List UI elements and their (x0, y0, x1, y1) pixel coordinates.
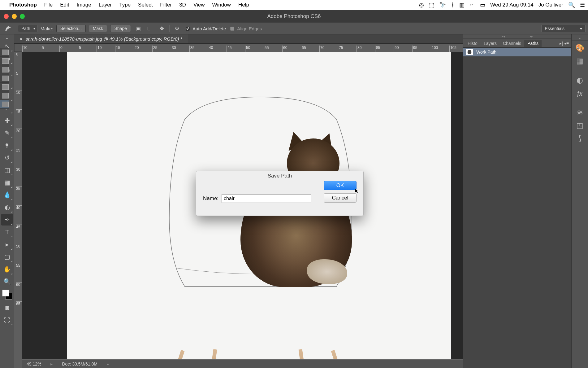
work-path-label: Work Path (476, 50, 496, 55)
paths-tab[interactable]: Paths (524, 40, 542, 47)
menu-image[interactable]: Image (76, 2, 91, 8)
brush-tool[interactable]: ✎ (1, 127, 13, 139)
clock[interactable]: Wed 29 Aug 09:14 (490, 2, 534, 8)
doc-size[interactable]: Doc: 30.5M/61.0M (62, 361, 97, 366)
vertical-ruler[interactable]: 05101520253035404550556065 (14, 52, 22, 368)
type-tool[interactable]: T (1, 226, 13, 238)
menu-type[interactable]: Type (119, 2, 131, 8)
horizontal-ruler[interactable]: 1050510152025303540455055606570758085909… (22, 44, 463, 52)
zoom-level[interactable]: 49.12% (27, 361, 41, 366)
styles-panel-icon[interactable]: fx (574, 88, 586, 99)
history-row[interactable] (0, 83, 9, 91)
current-tool-icon[interactable] (2, 24, 15, 33)
spotlight-icon[interactable]: 🔍 (568, 2, 575, 8)
channels-tab[interactable]: Channels (500, 40, 524, 47)
chair-leg (164, 350, 184, 359)
color-panel-icon[interactable]: 🎨 (574, 42, 586, 54)
history-row[interactable] (0, 91, 9, 100)
healing-tool[interactable]: ✚ (1, 115, 13, 126)
panel-grip-icon[interactable]: ◂◂ ▸▸ (463, 34, 571, 39)
align-edges-label: Align Edges (237, 26, 262, 31)
gear-icon[interactable]: ⚙ (173, 24, 181, 33)
menu-filter[interactable]: Filter (160, 2, 172, 8)
right-panels: ◂◂ ▸▸ Histo Layers Channels Paths ▸| ▾≡ … (463, 34, 588, 368)
path-name-input[interactable] (222, 194, 311, 203)
zoom-tool[interactable]: 🔍 (1, 276, 13, 287)
panel-menu-icon[interactable]: ▸| ▾≡ (557, 40, 571, 47)
battery-icon[interactable]: ▥ (459, 2, 465, 8)
history-tab[interactable]: Histo (465, 40, 481, 47)
history-row[interactable] (0, 100, 9, 109)
power-icon[interactable]: ▭ (480, 2, 485, 8)
app-menu[interactable]: Photoshop (9, 2, 37, 8)
quick-mask-toggle[interactable]: ◙ (1, 302, 13, 313)
menu-3d[interactable]: 3D (179, 2, 186, 8)
menu-layer[interactable]: Layer (99, 2, 112, 8)
history-row[interactable] (0, 57, 9, 65)
macos-menubar: Photoshop File Edit Image Layer Type Sel… (0, 0, 588, 10)
name-label: Name: (203, 195, 218, 202)
list-icon[interactable]: ☰ (580, 2, 585, 8)
pen-tool[interactable]: ✒ (1, 214, 13, 226)
swatches-panel-icon[interactable]: ▦ (574, 55, 586, 67)
path-thumbnail-icon (466, 49, 473, 55)
window-titlebar: Adobe Photoshop CS6 (0, 10, 588, 23)
make-selection-button[interactable]: Selection... (56, 25, 86, 32)
history-row[interactable] (0, 48, 9, 57)
align-edges-checkbox[interactable]: Align Edges (229, 26, 262, 32)
close-window-button[interactable] (4, 14, 9, 19)
screen-mode-toggle[interactable]: ⛶ (1, 314, 13, 326)
bluetooth-icon[interactable]: ᚼ (451, 2, 454, 8)
path-mode-dropdown[interactable]: Path (18, 25, 37, 32)
ok-button[interactable]: OK (324, 181, 357, 190)
chair-leg (299, 349, 310, 359)
menu-file[interactable]: File (44, 2, 53, 8)
menu-edit[interactable]: Edit (60, 2, 69, 8)
menulet-icon[interactable]: ◎ (419, 2, 424, 8)
layers-tab[interactable]: Layers (481, 40, 500, 47)
work-path-row[interactable]: Work Path (463, 48, 571, 56)
auto-add-delete-checkbox[interactable]: Auto Add/Delete (184, 26, 226, 32)
dialog-title: Save Path (196, 171, 363, 181)
path-select-tool[interactable]: ▸ (1, 239, 13, 250)
eraser-tool[interactable]: ◫ (1, 164, 13, 176)
panel-grip-icon[interactable]: •• (0, 36, 14, 40)
clone-stamp-tool[interactable]: ⧪ (1, 139, 13, 151)
document-tab[interactable]: × sarah-dorweiler-128578-unsplash.jpg @ … (14, 34, 188, 43)
make-label: Make: (41, 26, 53, 31)
zoom-window-button[interactable] (20, 14, 25, 19)
workspace-switcher[interactable]: Essentials▾ (541, 25, 586, 32)
layers-panel-icon[interactable]: ≋ (574, 107, 586, 118)
path-alignment-icon[interactable]: ⫍ (146, 24, 154, 33)
panel-grip-icon[interactable]: ▸ (572, 36, 588, 41)
wifi-icon[interactable]: ᯤ (469, 2, 475, 8)
hand-tool[interactable]: ✋ (1, 263, 13, 275)
ruler-origin[interactable] (14, 44, 22, 52)
channels-panel-icon[interactable]: ◳ (574, 120, 586, 131)
menulet-icon[interactable]: ⬚ (429, 2, 434, 8)
rectangle-tool[interactable]: ▢ (1, 251, 13, 263)
gradient-tool[interactable]: ▦ (1, 177, 13, 188)
path-arrangement-icon[interactable]: ❖ (158, 24, 166, 33)
path-operations-icon[interactable]: ▣ (134, 24, 143, 33)
chair-leg (331, 350, 352, 359)
menu-window[interactable]: Window (212, 2, 231, 8)
adjustments-panel-icon[interactable]: ◐ (574, 75, 586, 86)
menu-view[interactable]: View (193, 2, 205, 8)
dodge-tool[interactable]: ◐ (1, 201, 13, 213)
paths-panel-icon[interactable]: ⟆ (574, 133, 586, 144)
workspace: •• ↖ ▭ ⭗ ✦ ⌗ ⟋ ✚ ✎ ⧪ ↺ ◫ ▦ 💧 ◐ ✒ T ▸ ▢ ✋… (0, 34, 588, 368)
history-brush-tool[interactable]: ↺ (1, 152, 13, 164)
binoculars-icon[interactable]: 🔭 (439, 2, 446, 8)
history-row[interactable] (0, 65, 9, 74)
menu-select[interactable]: Select (138, 2, 153, 8)
history-row[interactable] (0, 74, 9, 83)
make-shape-button[interactable]: Shape (110, 25, 131, 32)
menu-help[interactable]: Help (238, 2, 249, 8)
blur-tool[interactable]: 💧 (1, 189, 13, 201)
minimize-window-button[interactable] (12, 14, 17, 19)
user-name[interactable]: Jo Gulliver (538, 2, 563, 8)
cancel-button[interactable]: Cancel (324, 193, 357, 203)
make-mask-button[interactable]: Mask (89, 25, 107, 32)
color-swatch[interactable] (2, 290, 12, 300)
